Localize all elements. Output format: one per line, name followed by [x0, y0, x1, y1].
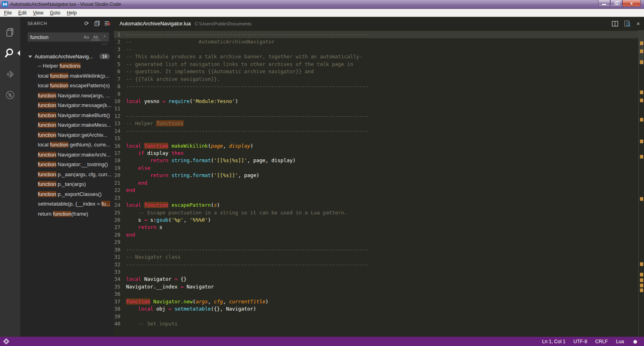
restore-icon — [615, 2, 618, 5]
search-result-row[interactable]: setmetatable(p, {__index = fu... — [20, 199, 114, 209]
status-item-crlf[interactable]: CRLF — [595, 339, 608, 344]
menu-item-help[interactable]: Help — [64, 9, 80, 16]
search-result-row[interactable]: function Navigator:getArchiv... — [20, 130, 114, 140]
menu-item-edit[interactable]: Edit — [15, 9, 30, 16]
code-line-32[interactable]: 32--------------------------------------… — [114, 261, 638, 268]
toggle-search-details[interactable]: ··· — [101, 42, 107, 48]
code-line-9[interactable]: 9 — [114, 91, 638, 98]
search-result-row[interactable]: function Navigator:message(k... — [20, 101, 114, 111]
expand-twistie-icon[interactable] — [28, 56, 32, 58]
whole-word-toggle[interactable]: Ab — [91, 34, 100, 40]
code-line-4[interactable]: 4-- This module produces a talk archive … — [114, 53, 638, 60]
code-line-22[interactable]: 22end — [114, 187, 638, 194]
minimize-button[interactable] — [598, 0, 610, 7]
code-line-24[interactable]: 24local function escapePattern(s) — [114, 202, 638, 209]
status-item-utf-8[interactable]: UTF-8 — [574, 339, 587, 344]
code-line-13[interactable]: 13-- Helper functions — [114, 120, 638, 127]
code-line-36[interactable]: 36 — [114, 290, 638, 298]
code-line-12[interactable]: 12--------------------------------------… — [114, 113, 638, 120]
code-line-34[interactable]: 34local Navigator = {} — [114, 276, 638, 283]
refresh-icon[interactable]: ⟳ — [83, 20, 90, 27]
menu-item-view[interactable]: View — [30, 9, 47, 16]
status-item-lua[interactable]: Lua — [616, 339, 624, 344]
code-line-23[interactable]: 23 — [114, 194, 638, 202]
search-result-row[interactable]: local function escapePattern(s) — [20, 81, 114, 91]
search-result-row[interactable]: function Navigator:__tostring() — [20, 160, 114, 170]
code-line-18[interactable]: 18 return string.format('[[%s|%s]]', pag… — [114, 157, 638, 164]
code-line-28[interactable]: 28end — [114, 231, 638, 239]
match-case-toggle[interactable]: Aa — [82, 34, 91, 40]
menu-item-file[interactable]: File — [1, 9, 15, 16]
line-number: 16 — [114, 142, 126, 150]
sidebar-item-git[interactable] — [0, 64, 20, 84]
split-editor-icon[interactable] — [612, 21, 618, 27]
code-line-39[interactable]: 39 — [114, 313, 638, 320]
code-line-30[interactable]: 30--------------------------------------… — [114, 246, 638, 253]
line-content: -- {{Talk archive navigation}}. — [126, 76, 220, 83]
collapse-all-icon[interactable] — [94, 20, 100, 27]
search-result-row[interactable]: function Navigator.new(args, ... — [20, 91, 114, 101]
scrollbar-slider[interactable] — [639, 30, 644, 64]
code-line-20[interactable]: 20 return string.format('[[%s]]', page) — [114, 172, 638, 179]
line-number: 20 — [114, 172, 126, 179]
code-line-8[interactable]: 8---------------------------------------… — [114, 83, 638, 90]
code-line-27[interactable]: 27 return s — [114, 224, 638, 231]
code-line-26[interactable]: 26 s = s:gsub('%p', '%%%0') — [114, 216, 638, 224]
line-number: 12 — [114, 113, 126, 120]
search-result-row[interactable]: local function makeWikilink(p... — [20, 71, 114, 81]
code-line-21[interactable]: 21 end — [114, 179, 638, 187]
code-area[interactable]: 1---------------------------------------… — [114, 30, 638, 337]
close-button[interactable]: x — [622, 0, 641, 7]
code-line-40[interactable]: 40 -- Set inputs — [114, 320, 638, 327]
code-line-3[interactable]: 3-- — [114, 46, 638, 53]
line-number: 24 — [114, 202, 126, 209]
sidebar-item-explorer[interactable] — [0, 22, 20, 43]
window-controls: x — [598, 0, 641, 7]
code-line-38[interactable]: 38 local obj = setmetatable({}, Navigato… — [114, 305, 638, 313]
close-editor-icon[interactable]: × — [636, 20, 640, 27]
code-line-10[interactable]: 10local yesno = require('Module:Yesno') — [114, 98, 638, 105]
code-line-2[interactable]: 2-- AutomaticArchiveNavigator — [114, 38, 638, 45]
menu-item-goto[interactable]: Goto — [47, 9, 64, 16]
code-line-1[interactable]: 1---------------------------------------… — [114, 31, 638, 38]
search-result-row[interactable]: -- Helper functions — [20, 61, 114, 71]
regex-toggle[interactable]: .* — [101, 34, 107, 40]
code-line-29[interactable]: 29 — [114, 239, 638, 246]
code-line-17[interactable]: 17 if display then — [114, 150, 638, 157]
search-result-row[interactable]: function Navigator:makeArchi... — [20, 150, 114, 160]
code-line-7[interactable]: 7-- {{Talk archive navigation}}. — [114, 76, 638, 83]
open-preview-icon[interactable] — [624, 21, 631, 27]
result-file-row[interactable]: AutomaticArchiveNavig... 16 — [20, 51, 114, 61]
line-number: 34 — [114, 276, 126, 283]
code-line-5[interactable]: 5-- generated list of navigation links t… — [114, 61, 638, 68]
code-line-6[interactable]: 6-- question. It implements {{Automatic … — [114, 68, 638, 75]
search-result-row[interactable]: function p._tan(args) — [20, 179, 114, 189]
search-result-row[interactable]: local function getNum(i, curre... — [20, 140, 114, 150]
code-line-31[interactable]: 31-- Navigator class — [114, 253, 638, 261]
code-line-11[interactable]: 11 — [114, 105, 638, 112]
code-line-16[interactable]: 16local function makeWikilink(page, disp… — [114, 142, 638, 150]
code-line-25[interactable]: 25 -- Escape punctuation in a string so … — [114, 209, 638, 216]
search-result-row[interactable]: function p._aan(args, cfg, curr... — [20, 170, 114, 180]
code-line-37[interactable]: 37function Navigator.new(args, cfg, curr… — [114, 298, 638, 305]
code-line-19[interactable]: 19 else — [114, 165, 638, 172]
search-input[interactable]: function Aa Ab .* — [27, 32, 109, 42]
search-result-row[interactable]: return function(frame) — [20, 209, 114, 219]
code-line-15[interactable]: 15 — [114, 135, 638, 142]
search-result-row[interactable]: function Navigator:makeMess... — [20, 120, 114, 130]
restore-button[interactable] — [610, 0, 622, 7]
search-result-row[interactable]: function Navigator:makeBlurb() — [20, 111, 114, 121]
sidebar-item-search[interactable] — [0, 43, 20, 64]
code-line-33[interactable]: 33 — [114, 268, 638, 276]
scrollbar-overview-ruler[interactable] — [638, 30, 644, 337]
search-match-marker — [640, 91, 643, 94]
line-content: return string.format('[[%s]]', page) — [126, 172, 259, 179]
status-item-ln-1-col-1[interactable]: Ln 1, Col 1 — [542, 339, 566, 344]
feedback-smiley-icon[interactable]: ☻ — [632, 338, 638, 344]
sidebar-item-debug[interactable] — [0, 84, 20, 105]
clear-search-results-icon[interactable] — [104, 20, 111, 27]
status-diamond-icon[interactable] — [3, 338, 10, 345]
code-line-35[interactable]: 35Navigator.__index = Navigator — [114, 283, 638, 290]
code-line-14[interactable]: 14--------------------------------------… — [114, 128, 638, 135]
search-result-row[interactable]: function p._exportClasses() — [20, 189, 114, 200]
